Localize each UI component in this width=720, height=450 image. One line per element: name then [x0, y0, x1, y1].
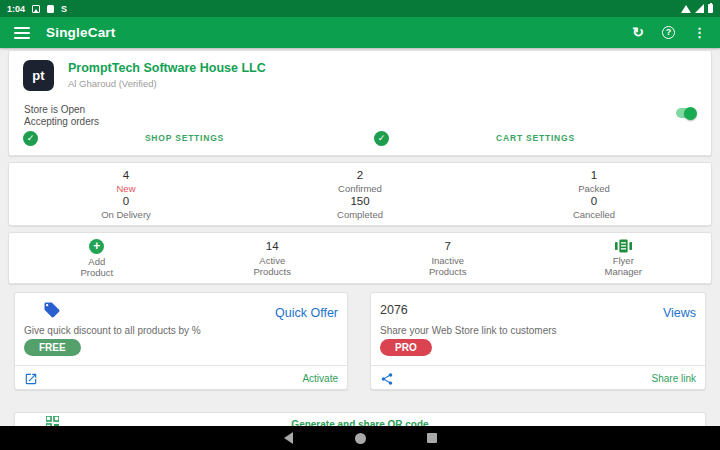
- menu-icon[interactable]: [14, 27, 30, 39]
- stat-on-delivery[interactable]: 0 On Delivery: [9, 194, 243, 220]
- inactive-products-label-1: Inactive: [431, 255, 464, 266]
- sync-notification-icon: S: [61, 5, 67, 13]
- flyer-manager-button[interactable]: Flyer Manager: [536, 239, 712, 277]
- quick-offer-card: Quick Offer Give quick discount to all p…: [14, 292, 348, 390]
- status-bar: 1:04 S: [0, 0, 720, 17]
- stat-label: Completed: [337, 209, 383, 220]
- shop-settings-label: SHOP SETTINGS: [145, 133, 224, 143]
- store-card[interactable]: pt PromptTech Software House LLC Al Ghar…: [8, 50, 712, 156]
- inactive-products-count: 7: [445, 239, 451, 253]
- active-products-label-2: Products: [254, 266, 292, 277]
- store-status-line1: Store is Open: [24, 104, 99, 116]
- inactive-products-button[interactable]: 7 Inactive Products: [360, 239, 536, 277]
- wifi-icon: [681, 5, 691, 13]
- store-status-text: Store is Open Accepting orders: [24, 104, 99, 128]
- views-card: 2076 Views Share your Web Store link to …: [370, 292, 706, 390]
- store-logo: pt: [23, 60, 54, 91]
- screenshot-notification-icon: [32, 5, 40, 13]
- active-products-button[interactable]: 14 Active Products: [185, 239, 361, 277]
- store-open-toggle[interactable]: [676, 108, 696, 118]
- quick-offer-description: Give quick discount to all products by %: [24, 325, 201, 336]
- active-products-label-1: Active: [259, 255, 285, 266]
- offer-tag-icon: [43, 301, 61, 319]
- help-icon[interactable]: ?: [662, 26, 675, 39]
- activate-button[interactable]: Activate: [302, 373, 338, 384]
- stat-value: 0: [591, 195, 597, 207]
- app-screen: 1:04 S SingleCart ↻ ? ⋮ pt PromptTech So…: [0, 0, 720, 450]
- stat-packed[interactable]: 1 Packed: [477, 168, 711, 194]
- inactive-products-label-2: Products: [429, 266, 467, 277]
- battery-icon: [708, 4, 713, 13]
- cart-settings-button[interactable]: ✓ CART SETTINGS: [360, 126, 711, 150]
- status-time: 1:04: [7, 4, 25, 14]
- app-notification-icon: [47, 5, 54, 13]
- refresh-icon[interactable]: ↻: [632, 26, 644, 39]
- shop-settings-check-icon: ✓: [23, 131, 38, 146]
- stat-label: Confirmed: [338, 183, 382, 194]
- cart-settings-label: CART SETTINGS: [496, 133, 575, 143]
- app-title: SingleCart: [46, 25, 116, 40]
- views-title: Views: [663, 306, 696, 320]
- stat-value: 1: [591, 169, 597, 181]
- shop-settings-button[interactable]: ✓ SHOP SETTINGS: [9, 126, 360, 150]
- stat-label: On Delivery: [101, 209, 151, 220]
- store-name: PromptTech Software House LLC: [68, 61, 266, 75]
- product-actions-card: + Add Product 14 Active Products 7 Inact…: [8, 232, 712, 284]
- free-badge: FREE: [24, 339, 81, 356]
- app-bar: SingleCart ↻ ? ⋮: [0, 17, 720, 48]
- pro-badge: PRO: [380, 339, 432, 356]
- stat-label: New: [116, 183, 135, 194]
- stat-label: Packed: [578, 183, 610, 194]
- stat-value: 0: [123, 195, 129, 207]
- order-stats-card: 4 New 2 Confirmed 1 Packed 0 On Delivery…: [8, 162, 712, 226]
- stat-value: 4: [123, 169, 129, 181]
- stat-value: 2: [357, 169, 363, 181]
- back-icon[interactable]: [278, 432, 298, 444]
- cart-settings-check-icon: ✓: [374, 131, 389, 146]
- share-icon[interactable]: [380, 372, 394, 386]
- views-description: Share your Web Store link to customers: [380, 325, 557, 336]
- overflow-menu-icon[interactable]: ⋮: [693, 26, 706, 39]
- share-link-button[interactable]: Share link: [652, 373, 696, 384]
- navigation-bar: [0, 426, 720, 450]
- stat-new[interactable]: 4 New: [9, 168, 243, 194]
- open-in-new-icon[interactable]: [24, 372, 38, 386]
- active-products-count: 14: [266, 239, 279, 253]
- flyer-manager-label-1: Flyer: [613, 255, 634, 266]
- home-icon[interactable]: [350, 433, 370, 444]
- quick-offer-title: Quick Offer: [275, 306, 338, 320]
- stat-label: Cancelled: [573, 209, 615, 220]
- recents-icon[interactable]: [422, 433, 442, 443]
- add-product-button[interactable]: + Add Product: [9, 239, 185, 277]
- flyer-icon: [615, 239, 632, 253]
- add-product-label-2: Product: [80, 267, 113, 278]
- store-owner: Al Gharoud (Verified): [68, 78, 266, 89]
- flyer-manager-label-2: Manager: [605, 266, 643, 277]
- cell-signal-icon: [695, 4, 704, 13]
- views-count: 2076: [380, 303, 408, 317]
- add-circle-icon: +: [89, 239, 104, 254]
- add-product-label-1: Add: [88, 256, 105, 267]
- stat-confirmed[interactable]: 2 Confirmed: [243, 168, 477, 194]
- stat-value: 150: [350, 195, 369, 207]
- stat-completed[interactable]: 150 Completed: [243, 194, 477, 220]
- stat-cancelled[interactable]: 0 Cancelled: [477, 194, 711, 220]
